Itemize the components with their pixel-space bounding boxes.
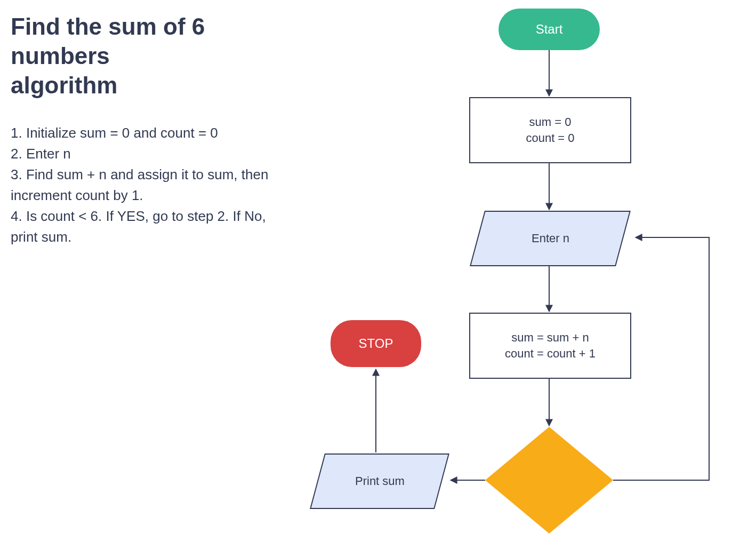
update-line-1: sum = sum + n (511, 330, 589, 346)
enter-label: Enter n (532, 232, 569, 245)
decision-node (485, 427, 613, 534)
step-2: 2. Enter n (11, 144, 288, 164)
start-node: Start (498, 9, 600, 50)
stop-label: STOP (359, 336, 393, 351)
stop-node: STOP (331, 320, 421, 367)
step-4: 4. Is count < 6. If YES, go to step 2. I… (11, 206, 288, 248)
update-node: sum = sum + n count = count + 1 (469, 313, 631, 379)
title-line-1: Find the sum of 6 numbers (11, 13, 205, 69)
init-line-2: count = 0 (526, 130, 574, 146)
print-node: Print sum (310, 453, 449, 509)
print-label: Print sum (355, 474, 405, 488)
init-line-1: sum = 0 (529, 114, 572, 130)
algorithm-steps: 1. Initialize sum = 0 and count = 0 2. E… (11, 123, 288, 248)
update-line-2: count = count + 1 (505, 346, 596, 362)
decision-label: is count < 6 (512, 474, 586, 488)
diagram-title: Find the sum of 6 numbers algorithm (11, 12, 309, 100)
step-3: 3. Find sum + n and assign it to sum, th… (11, 164, 288, 206)
title-line-2: algorithm (11, 72, 117, 98)
init-node: sum = 0 count = 0 (469, 97, 631, 163)
step-1: 1. Initialize sum = 0 and count = 0 (11, 123, 288, 144)
start-label: Start (536, 22, 563, 37)
enter-node: Enter n (470, 211, 631, 266)
